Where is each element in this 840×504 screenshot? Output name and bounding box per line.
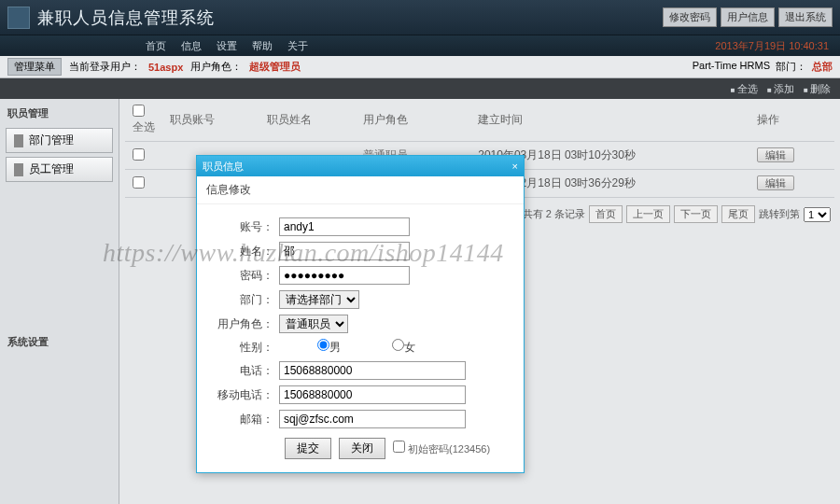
clock-text: 2013年7月19日 10:40:31 xyxy=(709,39,840,53)
change-password-link[interactable]: 修改密码 xyxy=(663,7,717,27)
reset-password-option[interactable]: 初始密码(123456) xyxy=(393,441,490,456)
account-input[interactable] xyxy=(279,217,410,236)
emp-icon xyxy=(14,163,23,176)
account-label: 账号： xyxy=(212,219,279,235)
action-toolbar: 全选 添加 删除 xyxy=(0,78,840,99)
name-label: 姓名： xyxy=(212,244,279,259)
sidebar-item-emp-mgmt[interactable]: 员工管理 xyxy=(6,157,113,182)
sidebar: 职员管理 部门管理 员工管理 系统设置 xyxy=(0,99,119,504)
dept-label: 部门： xyxy=(212,292,279,308)
staff-edit-dialog: 职员信息 × 信息修改 账号： 姓名： 密码： 部门： 请选择部门 用户角色： … xyxy=(196,155,525,473)
dialog-footer: 提交 关闭 初始密码(123456) xyxy=(212,438,509,459)
menu-help[interactable]: 帮助 xyxy=(246,39,278,53)
pager-last[interactable]: 尾页 xyxy=(721,205,755,223)
app-title: 兼职人员信息管理系统 xyxy=(37,7,663,29)
pager-jump-select[interactable]: 1 xyxy=(804,207,831,222)
menu-about[interactable]: 关于 xyxy=(282,39,314,53)
col-name: 职员姓名 xyxy=(259,99,357,142)
gender-female[interactable]: 女 xyxy=(354,339,421,356)
close-button[interactable]: 关闭 xyxy=(339,438,385,459)
menu-settings[interactable]: 设置 xyxy=(211,39,243,53)
toolbar-select-all[interactable]: 全选 xyxy=(731,82,758,96)
reset-password-checkbox[interactable] xyxy=(393,441,405,453)
col-role: 用户角色 xyxy=(356,99,470,142)
dialog-title: 职员信息 xyxy=(203,160,244,174)
name-input[interactable] xyxy=(279,242,410,260)
menu-info[interactable]: 信息 xyxy=(175,39,207,53)
sidebar-group-staff[interactable]: 职员管理 xyxy=(6,103,113,124)
pager-next[interactable]: 下一页 xyxy=(674,205,718,223)
sidebar-item-dept-mgmt[interactable]: 部门管理 xyxy=(6,128,113,153)
female-radio[interactable] xyxy=(392,339,404,351)
gender-label: 性别： xyxy=(212,340,279,356)
mobile-label: 移动电话： xyxy=(212,387,279,403)
dialog-header[interactable]: 职员信息 × xyxy=(197,156,524,176)
password-label: 密码： xyxy=(212,268,279,284)
gender-male[interactable]: 男 xyxy=(279,339,346,356)
email-label: 邮箱： xyxy=(212,412,279,427)
submit-button[interactable]: 提交 xyxy=(285,438,331,459)
app-logo-icon xyxy=(7,7,30,29)
select-all-checkbox[interactable] xyxy=(133,105,145,117)
row-checkbox[interactable] xyxy=(133,148,145,161)
close-icon[interactable]: × xyxy=(512,161,518,172)
toolbar-delete[interactable]: 删除 xyxy=(804,82,831,96)
mobile-input[interactable] xyxy=(279,385,466,404)
sidebar-item-label: 员工管理 xyxy=(29,161,74,177)
sidebar-group-system[interactable]: 系统设置 xyxy=(6,331,113,353)
role-value: 超级管理员 xyxy=(249,60,301,74)
dept-label: 部门： xyxy=(776,60,806,74)
toolbar-add[interactable]: 添加 xyxy=(767,82,794,96)
phone-input[interactable] xyxy=(279,361,466,380)
system-name: Part-Time HRMS xyxy=(693,60,770,74)
role-select[interactable]: 普通职员 xyxy=(279,315,348,333)
user-info-link[interactable]: 用户信息 xyxy=(721,7,775,27)
pager-jump-label: 跳转到第 xyxy=(759,207,800,221)
menu-home[interactable]: 首页 xyxy=(140,39,172,53)
dept-icon xyxy=(14,134,23,147)
dialog-subtitle: 信息修改 xyxy=(197,176,524,204)
dept-select[interactable]: 请选择部门 xyxy=(279,290,359,309)
col-created: 建立时间 xyxy=(470,99,749,142)
edit-button[interactable]: 编辑 xyxy=(757,147,794,162)
dialog-body: 账号： 姓名： 密码： 部门： 请选择部门 用户角色： 普通职员 性别： 男 女… xyxy=(197,204,524,472)
current-user-value: 51aspx xyxy=(148,62,183,73)
sidebar-item-label: 部门管理 xyxy=(29,133,74,148)
role-label: 用户角色： xyxy=(212,316,279,332)
pager-prev[interactable]: 上一页 xyxy=(626,205,670,223)
password-input[interactable] xyxy=(279,266,410,285)
admin-menu-tab[interactable]: 管理菜单 xyxy=(7,58,62,76)
email-input[interactable] xyxy=(279,410,466,428)
row-checkbox[interactable] xyxy=(133,176,145,189)
current-user-label: 当前登录用户： xyxy=(69,60,141,74)
table-header-row: 全选 职员账号 职员姓名 用户角色 建立时间 操作 xyxy=(125,99,834,142)
col-op: 操作 xyxy=(749,99,834,142)
header-links: 修改密码 用户信息 退出系统 xyxy=(663,7,833,27)
male-radio[interactable] xyxy=(317,339,329,351)
edit-button[interactable]: 编辑 xyxy=(757,175,794,190)
dept-value: 总部 xyxy=(812,60,833,74)
logout-link[interactable]: 退出系统 xyxy=(778,7,833,27)
phone-label: 电话： xyxy=(212,363,279,379)
title-bar: 兼职人员信息管理系统 修改密码 用户信息 退出系统 xyxy=(0,0,840,35)
status-bar: 管理菜单 当前登录用户： 51aspx 用户角色： 超级管理员 Part-Tim… xyxy=(0,56,840,78)
role-label: 用户角色： xyxy=(190,60,242,74)
pager-first[interactable]: 首页 xyxy=(589,205,623,223)
col-account: 职员账号 xyxy=(162,99,259,142)
menu-bar: 首页 信息 设置 帮助 关于 2013年7月19日 10:40:31 xyxy=(0,35,840,56)
